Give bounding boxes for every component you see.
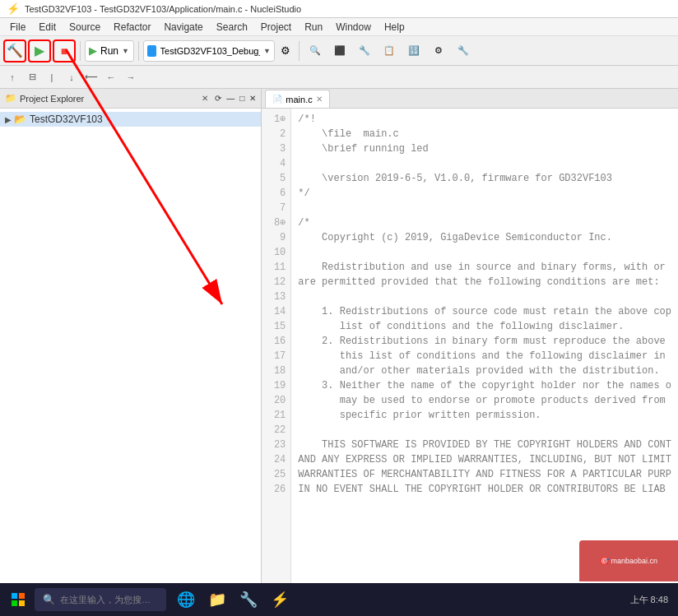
- config-icon: [147, 45, 156, 57]
- config-dropdown[interactable]: TestGD32VF103_Debug_OpenO ▼: [143, 40, 275, 62]
- menu-search[interactable]: Search: [210, 20, 254, 35]
- menu-run[interactable]: Run: [298, 20, 329, 35]
- build-icon: 🔨: [7, 43, 23, 58]
- tb-btn-4[interactable]: 📋: [378, 39, 401, 63]
- project-panel-x-icon[interactable]: ✕: [249, 94, 256, 103]
- tree-item-project[interactable]: ▶ 📂 TestGD32VF103: [0, 112, 261, 127]
- run-dropdown-label: Run: [100, 45, 118, 57]
- taskbar-right: 上午 8:48: [630, 594, 675, 606]
- code-editor[interactable]: /*! \file main.c \brief running led \ver…: [291, 109, 678, 598]
- tree-arrow-project: ▶: [5, 115, 12, 124]
- taskbar-start-button[interactable]: [3, 585, 33, 614]
- build-button[interactable]: 🔨: [3, 39, 26, 63]
- tab-file-icon: 📄: [272, 95, 282, 104]
- config-label: TestGD32VF103_Debug_OpenO: [160, 46, 261, 56]
- svg-rect-4: [12, 600, 17, 606]
- project-panel-maximize-icon[interactable]: □: [239, 94, 244, 103]
- editor-content: 1⊕ 2 3 4 5 6 7 8⊕ 9 10 11 12 13 14 15 16…: [262, 109, 678, 598]
- main-content: 📁 Project Explorer ✕ ⟳ — □ ✕ ▶ 📂 TestGD3…: [0, 89, 678, 598]
- project-tree: ▶ 📂 TestGD32VF103: [0, 109, 261, 598]
- toolbar: 🔨 ▶ ■ ▶ Run ▼ TestGD32VF103_Debug_OpenO …: [0, 36, 678, 66]
- config-settings-button[interactable]: ⚙: [276, 42, 295, 60]
- taskbar-app-1[interactable]: 🌐: [171, 585, 201, 614]
- tb2-collapse[interactable]: ⊟: [23, 68, 41, 86]
- menu-source[interactable]: Source: [63, 20, 107, 35]
- run-green-button[interactable]: ▶: [28, 39, 51, 63]
- menu-navigate[interactable]: Navigate: [157, 20, 209, 35]
- tb-btn-7[interactable]: 🔧: [452, 39, 475, 63]
- title-bar-text: TestGD32VF103 - TestGD32VF103/Applicatio…: [25, 4, 301, 14]
- tb-btn-3[interactable]: 🔧: [353, 39, 376, 63]
- watermark: 🎯 manbaobai.cn: [579, 540, 678, 581]
- project-panel-title: Project Explorer: [20, 94, 198, 104]
- svg-rect-2: [12, 593, 17, 599]
- toolbar2: ↑ ⊟ | ↓ ⟵ ← →: [0, 66, 678, 89]
- watermark-text: 🎯 manbaobai.cn: [598, 555, 659, 567]
- run-dropdown-arrow: ▼: [122, 47, 129, 55]
- title-bar: ⚡ TestGD32VF103 - TestGD32VF103/Applicat…: [0, 0, 678, 18]
- project-panel: 📁 Project Explorer ✕ ⟳ — □ ✕ ▶ 📂 TestGD3…: [0, 89, 262, 598]
- menu-window[interactable]: Window: [329, 20, 378, 35]
- stop-icon: ■: [61, 44, 67, 58]
- tb-btn-6[interactable]: ⚙: [427, 39, 450, 63]
- tab-label: main.c: [286, 95, 312, 104]
- svg-rect-5: [19, 600, 25, 606]
- title-bar-icon: ⚡: [7, 2, 20, 15]
- tb2-forward[interactable]: →: [122, 68, 140, 86]
- toolbar-separator-2: [138, 41, 139, 61]
- tb-btn-5[interactable]: 🔢: [402, 39, 425, 63]
- project-panel-header: 📁 Project Explorer ✕ ⟳ — □ ✕: [0, 89, 261, 109]
- taskbar-search-icon: 🔍: [43, 594, 55, 605]
- project-panel-sync-icon[interactable]: ⟳: [215, 94, 221, 103]
- project-panel-close: ✕: [202, 94, 208, 103]
- tb2-arrow-up[interactable]: ↑: [3, 68, 21, 86]
- editor-tabs: 📄 main.c ✕: [262, 89, 678, 109]
- taskbar: 🔍 在这里输入，为您搜索的内容 🌐 📁 🔧 ⚡ 上午 8:48: [0, 583, 678, 616]
- menu-help[interactable]: Help: [378, 20, 411, 35]
- taskbar-time: 上午 8:48: [630, 594, 668, 606]
- tree-project-icon: 📂: [14, 113, 26, 125]
- tb-btn-1[interactable]: 🔍: [304, 39, 327, 63]
- svg-rect-3: [19, 593, 25, 599]
- editor-tab-main[interactable]: 📄 main.c ✕: [265, 90, 329, 108]
- taskbar-app-4[interactable]: ⚡: [265, 585, 295, 614]
- taskbar-app-3[interactable]: 🔧: [234, 585, 263, 614]
- menu-bar: File Edit Source Refactor Navigate Searc…: [0, 18, 678, 36]
- menu-file[interactable]: File: [3, 20, 32, 35]
- project-panel-folder-icon: 📁: [5, 93, 16, 104]
- editor-area: 📄 main.c ✕ 1⊕ 2 3 4 5 6 7 8⊕ 9 10 11 12 …: [262, 89, 678, 598]
- tb-btn-2[interactable]: ⬛: [328, 39, 351, 63]
- run-icon: ▶: [35, 43, 44, 58]
- taskbar-search-box[interactable]: 🔍 在这里输入，为您搜索的内容: [35, 588, 166, 611]
- tb2-down[interactable]: ↓: [63, 68, 81, 86]
- run-dropdown[interactable]: ▶ Run ▼: [85, 40, 134, 62]
- tb2-back[interactable]: ←: [102, 68, 120, 86]
- tree-project-label: TestGD32VF103: [30, 113, 103, 125]
- stop-button[interactable]: ■: [53, 39, 76, 63]
- line-numbers: 1⊕ 2 3 4 5 6 7 8⊕ 9 10 11 12 13 14 15 16…: [262, 109, 291, 598]
- project-panel-collapse-icon[interactable]: —: [226, 94, 235, 103]
- taskbar-search-placeholder: 在这里输入，为您搜索的内容: [60, 594, 158, 606]
- menu-edit[interactable]: Edit: [32, 20, 63, 35]
- config-arrow: ▼: [263, 47, 271, 55]
- toolbar-separator-1: [80, 41, 81, 61]
- menu-project[interactable]: Project: [254, 20, 298, 35]
- tab-close-icon[interactable]: ✕: [316, 95, 323, 104]
- run-dropdown-icon: ▶: [89, 44, 97, 57]
- taskbar-app-2[interactable]: 📁: [202, 585, 232, 614]
- tb2-left[interactable]: ⟵: [82, 68, 100, 86]
- tb2-separator-add[interactable]: |: [43, 68, 61, 86]
- menu-refactor[interactable]: Refactor: [107, 20, 157, 35]
- toolbar-separator-3: [299, 41, 300, 61]
